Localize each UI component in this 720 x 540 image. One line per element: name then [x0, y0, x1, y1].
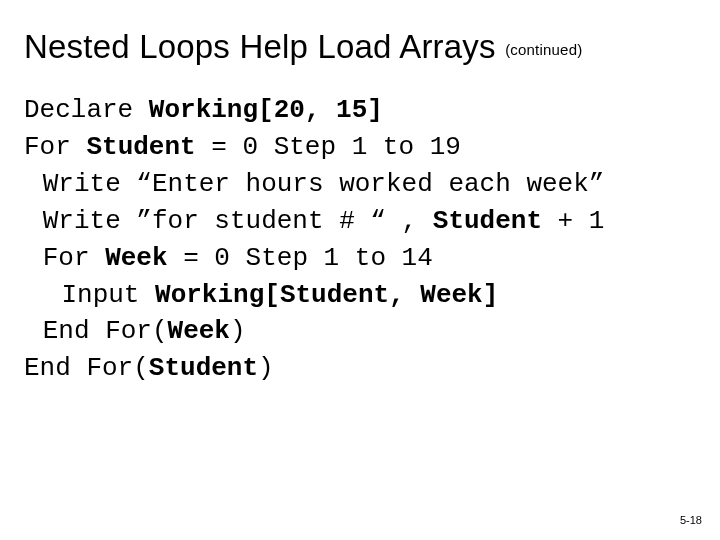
code-line-6: Input Working[Student, Week]	[24, 277, 498, 314]
write-line-1: Write “Enter hours worked each week”	[43, 169, 605, 199]
end-for-outer-a: End For(	[24, 353, 149, 383]
slide-title: Nested Loops Help Load Arrays (continued…	[24, 28, 696, 66]
code-line-4: Write ”for student # “ , Student + 1	[24, 203, 604, 240]
code-line-3: Write “Enter hours worked each week”	[24, 166, 604, 203]
code-line-2: For Student = 0 Step 1 to 19	[24, 132, 461, 162]
code-line-7: End For(Week)	[24, 313, 246, 350]
var-student-ref: Student	[433, 206, 542, 236]
end-for-inner-b: )	[230, 316, 246, 346]
array-decl: Working[20, 15]	[149, 95, 383, 125]
var-student: Student	[86, 132, 195, 162]
kw-input: Input	[61, 280, 155, 310]
end-for-outer-b: )	[258, 353, 274, 383]
slide: Nested Loops Help Load Arrays (continued…	[0, 0, 720, 540]
code-line-5: For Week = 0 Step 1 to 14	[24, 240, 433, 277]
kw-declare: Declare	[24, 95, 149, 125]
end-for-inner-a: End For(	[43, 316, 168, 346]
for-inner-range: = 0 Step 1 to 14	[168, 243, 433, 273]
code-line-1: Declare Working[20, 15]	[24, 95, 383, 125]
for-outer-range: = 0 Step 1 to 19	[196, 132, 461, 162]
title-text: Nested Loops Help Load Arrays	[24, 28, 505, 65]
code-line-8: End For(Student)	[24, 353, 274, 383]
write-line-2b: + 1	[542, 206, 604, 236]
kw-for-inner: For	[43, 243, 105, 273]
var-week: Week	[105, 243, 167, 273]
page-number: 5-18	[680, 514, 702, 526]
write-line-2a: Write ”for student # “ ,	[43, 206, 433, 236]
end-for-inner-var: Week	[168, 316, 230, 346]
array-ref: Working[Student, Week]	[155, 280, 498, 310]
code-block: Declare Working[20, 15] For Student = 0 …	[24, 92, 696, 387]
kw-for-outer: For	[24, 132, 86, 162]
end-for-outer-var: Student	[149, 353, 258, 383]
title-continued: (continued)	[505, 41, 582, 58]
